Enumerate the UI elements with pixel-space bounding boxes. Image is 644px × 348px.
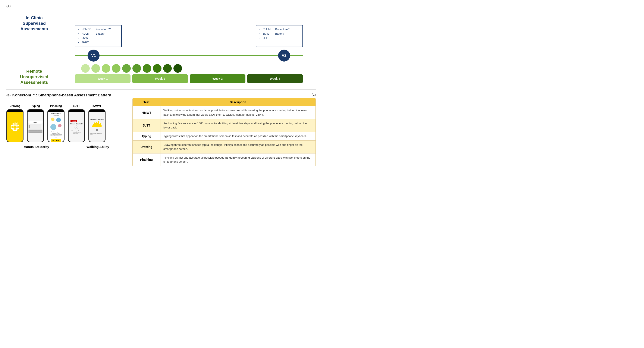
section-b-title: Konectom™ : Smartphone-based Assessment … bbox=[12, 93, 111, 98]
svg-marker-2 bbox=[17, 123, 18, 123]
table-header: Test Description bbox=[133, 98, 316, 106]
in-clinic-label: In-Clinic In-Clinic Supervised Assessmen… bbox=[13, 15, 56, 32]
record-button: ●REC bbox=[70, 120, 77, 122]
phone-group-5utt: 5UTT ●REC Please stand still ✕ I have a … bbox=[68, 104, 85, 142]
key bbox=[33, 130, 34, 131]
utt-instruction: I have a problem. Please send me assista… bbox=[70, 130, 83, 134]
mwt-screen-content: Walk for 6 minutes bbox=[89, 112, 105, 142]
balloon-medium-blue bbox=[56, 118, 61, 122]
week-1-box: Week 1 bbox=[75, 74, 130, 83]
start-button[interactable]: LET'S GO bbox=[51, 139, 61, 142]
wave-bar-6 bbox=[97, 123, 98, 127]
assessment-table: Test Description i6MWT Walking outdoors … bbox=[132, 98, 316, 166]
section-c-label: (C) bbox=[132, 93, 316, 96]
svg-line-1 bbox=[15, 123, 17, 123]
remote-area: Remote Unsupervised Assessments bbox=[11, 64, 316, 83]
wave-bar-4 bbox=[95, 123, 96, 127]
timeline-row: V1 V2 bbox=[62, 49, 316, 62]
circle-9 bbox=[163, 64, 172, 73]
table-row-5utt: 5UTT Performing five successive 180° tur… bbox=[133, 119, 316, 132]
phone-screen-i6mwt: Walk for 6 minutes bbox=[89, 112, 105, 142]
v2-node: V2 bbox=[278, 50, 290, 62]
key bbox=[32, 130, 33, 131]
phone-label-5utt: 5UTT bbox=[73, 104, 80, 108]
phone-group-drawing: Drawing bbox=[6, 104, 24, 142]
phone-notch-drawing bbox=[11, 110, 19, 112]
week-3-box: Week 3 bbox=[190, 74, 246, 83]
v1-item-6: Battery bbox=[96, 32, 111, 36]
pinch-content: Pinch Balloon From One Use two fingers t… bbox=[48, 112, 64, 142]
wave-bar-8 bbox=[99, 124, 100, 127]
key bbox=[41, 130, 42, 131]
stop-button[interactable] bbox=[95, 128, 99, 132]
v1-item-1: HFMSE bbox=[82, 27, 92, 32]
v1-assessment-box: HFMSE RULM 6MWT 9HPT Konectom™ Battery bbox=[75, 25, 122, 47]
test-name-typing: Typing bbox=[133, 132, 160, 140]
section-b-label: (B) bbox=[6, 94, 10, 97]
timeline-wrapper: HFMSE RULM 6MWT 9HPT Konectom™ Battery bbox=[62, 25, 316, 49]
walking-ability-group: Walking Ability bbox=[70, 145, 126, 149]
section-a-label: (A) bbox=[6, 4, 10, 8]
visit-boxes-top: HFMSE RULM 6MWT 9HPT Konectom™ Battery bbox=[62, 25, 316, 47]
test-name-pinching: Pinching bbox=[133, 153, 160, 166]
section-b: (B) Konectom™ : Smartphone-based Assessm… bbox=[6, 93, 126, 149]
circles-row bbox=[75, 64, 303, 73]
circle-8 bbox=[153, 64, 162, 73]
test-name-5utt: 5UTT bbox=[133, 119, 160, 132]
circle-5 bbox=[122, 64, 131, 73]
utt-screen-content: ●REC Please stand still ✕ I have a probl… bbox=[68, 112, 84, 142]
key bbox=[30, 130, 32, 131]
keyboard-rows bbox=[28, 130, 42, 133]
phone-label-typing: Typing bbox=[31, 104, 40, 108]
wave-bar-10 bbox=[102, 125, 102, 127]
phone-label-pinching: Pinching bbox=[50, 104, 62, 108]
stop-icon bbox=[96, 129, 98, 131]
phone-group-typing: Typing able bbox=[27, 104, 44, 142]
circle-1 bbox=[81, 64, 90, 73]
key bbox=[36, 130, 38, 131]
group-labels-row: Manual Dexterity Walking Ability bbox=[6, 145, 126, 149]
table-row-pinching: Pinching Pinching as fast and accurate a… bbox=[133, 153, 316, 166]
x-button[interactable]: ✕ bbox=[74, 126, 78, 129]
table-row-i6mwt: i6MWT Walking outdoors as fast and as fa… bbox=[133, 106, 316, 119]
phone-device-i6mwt: Walk for 6 minutes bbox=[88, 109, 106, 142]
phone-screen-typing: able bbox=[28, 112, 43, 142]
v2-item-2: 6MWT bbox=[263, 32, 271, 36]
v1-item-2: RULM bbox=[82, 32, 92, 36]
wave-bar-3 bbox=[94, 123, 95, 127]
circle-7 bbox=[143, 64, 151, 73]
v2-assessment-box: RULM 6MWT 9HPT Konectom™ Battery bbox=[256, 25, 303, 47]
wave-bar-9 bbox=[100, 123, 101, 127]
key bbox=[39, 130, 40, 131]
phone-group-i6mwt: i6MWT Walk for 6 minutes bbox=[88, 104, 106, 142]
key bbox=[38, 130, 39, 131]
phone-device-5utt: ●REC Please stand still ✕ I have a probl… bbox=[68, 109, 85, 142]
mwt-subtext: Then try to make this step. bbox=[90, 133, 104, 135]
phone-label-i6mwt: i6MWT bbox=[92, 104, 102, 108]
v2-item-5: Battery bbox=[275, 32, 290, 36]
typing-word: able bbox=[28, 121, 42, 124]
table-row-typing: Typing Typing words that appear on the s… bbox=[133, 132, 316, 140]
wave-bar-2 bbox=[93, 124, 94, 127]
weeks-area: Week 1 Week 2 Week 3 Week 4 bbox=[62, 64, 316, 83]
v1-item-5: Konectom™ bbox=[96, 27, 111, 32]
table-row-drawing: Drawing Drawing three different shapes (… bbox=[133, 140, 316, 153]
phone-notch-i6mwt bbox=[93, 110, 101, 112]
test-name-i6mwt: i6MWT bbox=[133, 106, 160, 119]
circle-10 bbox=[174, 64, 182, 73]
v1-node: V1 bbox=[88, 50, 100, 62]
test-desc-i6mwt: Walking outdoors as fast and as far as p… bbox=[160, 106, 316, 119]
phone-notch-pinching bbox=[52, 110, 60, 112]
pinch-subtitle: From One bbox=[53, 115, 59, 116]
spiral-svg bbox=[9, 121, 21, 133]
in-clinic-area: In-Clinic In-Clinic Supervised Assessmen… bbox=[11, 7, 316, 49]
phone-notch-5utt bbox=[73, 110, 80, 112]
phone-group-pinching: Pinching Pinch Balloon From One bbox=[48, 104, 64, 142]
waveform bbox=[92, 121, 102, 127]
v2-item-1: RULM bbox=[263, 27, 271, 32]
keyboard-sim bbox=[28, 130, 42, 133]
circle-2 bbox=[92, 64, 100, 73]
phone-notch-typing bbox=[32, 110, 39, 112]
typing-input bbox=[28, 124, 41, 129]
phone-screen-5utt: ●REC Please stand still ✕ I have a probl… bbox=[68, 112, 84, 142]
